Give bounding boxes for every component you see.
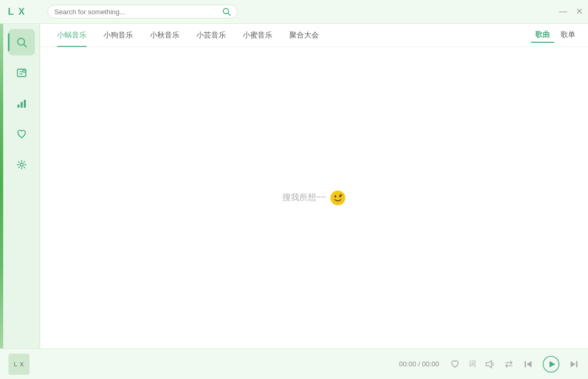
empty-message: 搜我所想~~: [282, 190, 346, 206]
sidebar-item-settings[interactable]: [8, 151, 35, 178]
tab-xiaoyunmusic[interactable]: 小芸音乐: [188, 24, 234, 47]
svg-rect-10: [17, 105, 20, 108]
svg-rect-19: [525, 361, 526, 367]
svg-point-16: [339, 195, 342, 197]
svg-point-15: [335, 195, 337, 197]
search-icon[interactable]: [222, 7, 231, 16]
player-album-art: L X: [8, 354, 30, 375]
tab-juhuiparty[interactable]: 聚合大会: [281, 24, 327, 47]
player-controls: 词: [450, 356, 580, 373]
lyrics-button[interactable]: 词: [469, 359, 476, 369]
tab-xiaoqiumusic[interactable]: 小秋音乐: [141, 24, 188, 47]
app-logo: L X: [5, 6, 42, 17]
empty-text: 搜我所想~~: [282, 192, 326, 203]
repeat-button[interactable]: [504, 359, 514, 369]
main-layout: 小蜗音乐 小狗音乐 小秋音乐 小芸音乐 小蜜音乐 聚合大会 歌曲 歌单: [0, 24, 588, 348]
titlebar: L X — ✕: [0, 0, 588, 24]
time-total: 00:00: [422, 360, 439, 368]
time-current: 00:00: [399, 360, 416, 368]
player-bar: L X 00:00 / 00:00 词: [0, 348, 588, 379]
content-area: 小蜗音乐 小狗音乐 小秋音乐 小芸音乐 小蜜音乐 聚合大会 歌曲 歌单: [40, 24, 588, 348]
svg-point-13: [20, 163, 23, 166]
view-playlist-button[interactable]: 歌单: [556, 28, 580, 43]
tab-xiaogoumusic[interactable]: 小狗音乐: [95, 24, 141, 47]
tabs-row: 小蜗音乐 小狗音乐 小秋音乐 小芸音乐 小蜜音乐 聚合大会 歌曲 歌单: [40, 24, 588, 47]
search-input[interactable]: [54, 8, 219, 16]
tab-xiaonaiyinyue[interactable]: 小蜗音乐: [49, 24, 95, 47]
sidebar-item-search[interactable]: [8, 29, 35, 55]
sidebar-item-charts[interactable]: [8, 90, 35, 117]
minimize-button[interactable]: —: [559, 7, 567, 16]
search-bar: [48, 5, 238, 18]
play-button[interactable]: [543, 356, 559, 373]
tab-xiaomimusic[interactable]: 小蜜音乐: [234, 24, 281, 47]
sidebar-item-favorites[interactable]: [8, 121, 35, 147]
next-button[interactable]: [568, 358, 580, 370]
sidebar: [3, 24, 40, 348]
prev-button[interactable]: [523, 358, 534, 370]
svg-rect-23: [576, 361, 578, 367]
svg-marker-18: [527, 361, 532, 367]
sidebar-item-library[interactable]: [8, 60, 35, 86]
svg-point-14: [330, 191, 345, 205]
svg-rect-12: [24, 100, 26, 108]
like-button[interactable]: [450, 359, 460, 369]
svg-marker-22: [571, 361, 575, 367]
svg-line-3: [24, 44, 26, 47]
window-controls: — ✕: [559, 7, 583, 16]
empty-state: 搜我所想~~: [40, 47, 588, 348]
svg-rect-11: [21, 102, 23, 108]
view-song-button[interactable]: 歌曲: [531, 28, 554, 43]
view-toggle: 歌曲 歌单: [531, 28, 580, 43]
svg-marker-17: [486, 361, 491, 368]
volume-button[interactable]: [485, 359, 495, 369]
svg-marker-21: [549, 361, 555, 367]
close-button[interactable]: ✕: [576, 7, 583, 16]
smiley-icon: [330, 190, 346, 206]
svg-line-1: [228, 13, 230, 15]
player-time: 00:00 / 00:00: [399, 360, 439, 368]
